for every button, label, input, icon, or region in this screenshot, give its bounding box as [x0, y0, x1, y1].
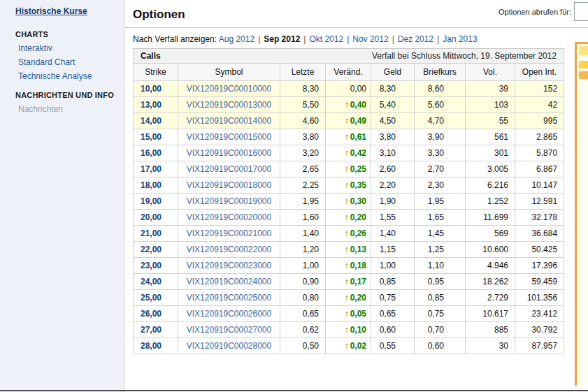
bid-cell: 2,60 [371, 161, 415, 177]
volume-cell: 10.617 [466, 306, 515, 322]
symbol-cell: VIX120919C00016000 [178, 145, 280, 161]
last-cell: 1,95 [280, 194, 326, 210]
symbol-link[interactable]: VIX120919C00027000 [187, 325, 271, 335]
strike-cell: 20,00 [134, 210, 178, 226]
change-value: 0,42 [350, 148, 366, 158]
open-interest-cell: 101.356 [515, 290, 564, 306]
strike-cell: 26,00 [134, 306, 178, 322]
symbol-cell: VIX120919C00014000 [178, 113, 280, 129]
strike-cell: 19,00 [134, 194, 178, 210]
bid-cell: 0,85 [371, 274, 415, 290]
expiry-month[interactable]: Jan 2013 [443, 34, 477, 44]
last-cell: 0,65 [280, 306, 326, 322]
up-arrow-icon: ↑ [345, 261, 349, 270]
up-arrow-icon: ↑ [345, 309, 349, 319]
symbol-cell: VIX120919C00010000 [178, 81, 280, 97]
titlebar: Optionen Optionen abrufen für: [124, 0, 588, 28]
symbol-link[interactable]: VIX120919C00016000 [187, 148, 271, 158]
change-value: 0,25 [350, 164, 366, 174]
option-row: 25,00VIX120919C000250000,80↑0,200,750,85… [134, 290, 564, 306]
symbol-link[interactable]: VIX120919C00028000 [187, 341, 271, 351]
up-arrow-icon: ↑ [345, 245, 349, 254]
ask-cell: 1,65 [415, 210, 466, 226]
change-value: 0,18 [350, 261, 366, 270]
option-row: 20,00VIX120919C000200001,60↑0,201,551,65… [134, 210, 564, 226]
symbol-link[interactable]: VIX120919C00017000 [187, 164, 271, 174]
last-cell: 3,20 [280, 145, 326, 161]
symbol-cell: VIX120919C00021000 [178, 226, 280, 242]
last-cell: 5,50 [280, 97, 326, 113]
open-interest-cell: 152 [515, 81, 564, 97]
expiry-month[interactable]: Dez 2012 [398, 34, 433, 44]
symbol-link[interactable]: VIX120919C00025000 [187, 293, 271, 303]
bid-cell: 4,50 [371, 113, 415, 129]
ask-cell: 1,45 [415, 226, 466, 242]
change-cell: ↑0,13 [326, 242, 371, 258]
expiry-month[interactable]: Nov 2012 [352, 34, 388, 44]
symbol-link[interactable]: VIX120919C00022000 [187, 245, 271, 254]
volume-cell: 11.699 [466, 210, 515, 226]
col-header-briefkurs: Briefkurs [415, 64, 466, 81]
strike-cell: 21,00 [134, 226, 178, 242]
ask-cell: 5,60 [415, 97, 466, 113]
strike-cell: 17,00 [134, 161, 178, 177]
up-arrow-icon: ↑ [345, 100, 349, 110]
expiry-nav: Nach Verfall anzeigen: Aug 2012|Sep 2012… [133, 34, 588, 44]
sidebar-section-news-header: NACHRICHTEN UND INFO [0, 83, 124, 102]
symbol-link[interactable]: VIX120919C00013000 [187, 100, 271, 110]
symbol-link[interactable]: VIX120919C00018000 [187, 180, 271, 190]
col-header-symbol: Symbol [178, 64, 280, 81]
open-interest-cell: 23.412 [515, 306, 564, 322]
symbol-link[interactable]: VIX120919C00014000 [187, 116, 271, 126]
options-fetch-input[interactable] [574, 2, 588, 21]
last-cell: 1,60 [280, 210, 326, 226]
expiry-month[interactable]: Aug 2012 [219, 34, 254, 44]
option-row: 17,00VIX120919C000170002,65↑0,252,602,70… [134, 161, 564, 177]
ask-cell: 0,60 [415, 338, 466, 354]
symbol-link[interactable]: VIX120919C00024000 [187, 277, 271, 286]
col-header-veraend: Veränd. [326, 64, 371, 81]
sidebar-item-standard-chart[interactable]: Standard Chart [0, 55, 124, 69]
symbol-cell: VIX120919C00024000 [178, 274, 280, 290]
sidebar-item-interaktiv[interactable]: Interaktiv [0, 41, 124, 55]
expiry-month[interactable]: Okt 2012 [309, 34, 343, 44]
up-arrow-icon: ↑ [345, 277, 349, 286]
strike-cell: 22,00 [134, 242, 178, 258]
main-content: Optionen Optionen abrufen für: Nach Verf… [124, 0, 588, 392]
change-value: 0,05 [350, 309, 366, 319]
expiry-month: Sep 2012 [264, 34, 300, 44]
symbol-link[interactable]: VIX120919C00023000 [187, 261, 271, 270]
symbol-cell: VIX120919C00025000 [178, 290, 280, 306]
change-cell: ↑0,25 [326, 161, 371, 177]
symbol-cell: VIX120919C00026000 [178, 306, 280, 322]
change-cell: ↑0,30 [326, 194, 371, 210]
symbol-cell: VIX120919C00028000 [178, 338, 280, 354]
change-cell: ↑0,10 [326, 322, 371, 338]
change-cell: ↑0,40 [326, 97, 371, 113]
symbol-link[interactable]: VIX120919C00026000 [187, 309, 271, 319]
open-interest-cell: 2.865 [515, 129, 564, 145]
open-interest-cell: 12.591 [515, 194, 564, 210]
symbol-cell: VIX120919C00017000 [178, 161, 280, 177]
ask-cell: 0,70 [415, 322, 466, 338]
sidebar-item-technische-analyse[interactable]: Technische Analyse [0, 69, 124, 83]
symbol-link[interactable]: VIX120919C00015000 [187, 132, 271, 142]
sidebar-item-historische-kurse[interactable]: Historische Kurse [0, 4, 124, 18]
volume-cell: 55 [466, 113, 515, 129]
symbol-link[interactable]: VIX120919C00019000 [187, 196, 271, 206]
bid-cell: 2,20 [371, 177, 415, 194]
bid-cell: 0,75 [371, 290, 415, 306]
page: Historische Kurse CHARTS Interaktiv Stan… [0, 0, 588, 392]
open-interest-cell: 32.178 [515, 210, 564, 226]
col-header-open-int: Open Int. [515, 64, 564, 81]
symbol-link[interactable]: VIX120919C00010000 [187, 84, 271, 94]
ask-cell: 1,10 [415, 258, 466, 274]
change-value: 0,00 [350, 84, 366, 94]
symbol-link[interactable]: VIX120919C00021000 [187, 228, 271, 238]
strike-cell: 24,00 [134, 274, 178, 290]
volume-cell: 3.005 [466, 161, 515, 177]
sidebar: Historische Kurse CHARTS Interaktiv Stan… [0, 0, 124, 392]
ask-cell: 1,25 [415, 242, 466, 258]
open-interest-cell: 995 [515, 113, 564, 129]
symbol-link[interactable]: VIX120919C00020000 [187, 212, 271, 222]
